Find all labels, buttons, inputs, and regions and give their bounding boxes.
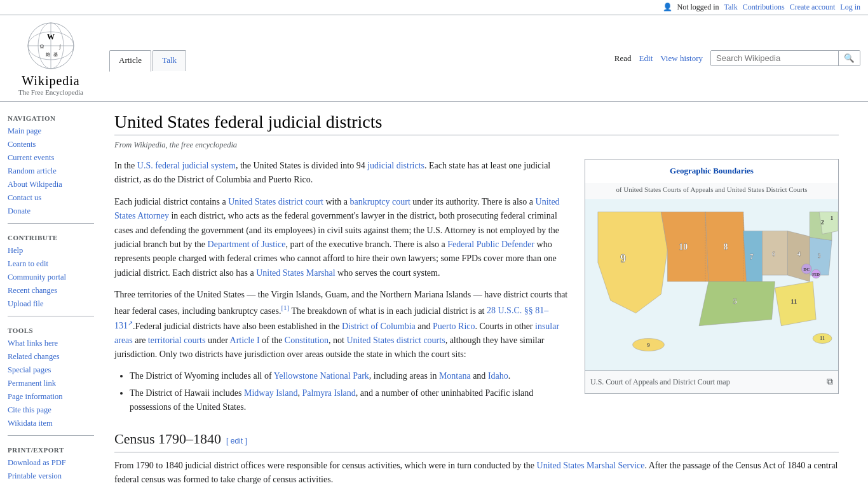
contributions-link[interactable]: Contributions (743, 3, 785, 12)
map-caption-text: U.S. Court of Appeals and District Court… (590, 376, 730, 388)
page-title: United States federal judicial districts (114, 112, 839, 135)
idaho-link[interactable]: Idaho (488, 371, 508, 381)
pr-link[interactable]: Puerto Rico (433, 321, 475, 330)
search-button[interactable]: 🔍 (838, 51, 860, 65)
usdc-link[interactable]: United States district courts (346, 336, 445, 345)
sidebar-item-random-article[interactable]: Random article (0, 165, 102, 178)
constitution-link[interactable]: Constitution (285, 336, 329, 345)
map-box-title: Geographic Boundaries (585, 159, 838, 183)
content-tabs-area: Article Talk Read Edit View history 🔍 (102, 50, 868, 71)
sidebar-item-wikidata[interactable]: Wikidata item (0, 417, 102, 430)
sidebar-item-contact[interactable]: Contact us (0, 191, 102, 205)
content-area: United States federal judicial districts… (102, 102, 851, 488)
palmyra-link[interactable]: Palmyra Island (302, 388, 355, 398)
sidebar-item-download-pdf[interactable]: Download as PDF (0, 456, 102, 470)
action-read[interactable]: Read (614, 53, 632, 64)
ref-1[interactable]: [1] (281, 304, 289, 311)
sidebar-item-upload[interactable]: Upload file (0, 297, 102, 311)
svg-text:6: 6 (772, 250, 776, 258)
census-paragraph: From 1790 to 1840 judicial district offi… (114, 459, 839, 487)
sidebar-item-about[interactable]: About Wikipedia (0, 178, 102, 191)
map-box-subtitle: of United States Courts of Appeals and U… (585, 183, 838, 200)
sidebar-item-printable[interactable]: Printable version (0, 470, 102, 483)
census-section-heading: Census 1790–1840 [ edit ] (114, 428, 839, 452)
svg-text:5: 5 (733, 296, 737, 306)
fpd-link[interactable]: Federal Public Defender (447, 240, 534, 249)
us-federal-link[interactable]: U.S. federal judicial system (137, 161, 236, 170)
sidebar-item-current-events[interactable]: Current events (0, 151, 102, 165)
yellowstone-link[interactable]: Yellowstone National Park (274, 371, 369, 381)
sidebar-item-cite[interactable]: Cite this page (0, 403, 102, 417)
sidebar-item-related[interactable]: Related changes (0, 350, 102, 363)
not-logged-in-label: Not logged in (677, 3, 719, 12)
view-actions: Read Edit View history 🔍 (614, 50, 860, 71)
tab-article[interactable]: Article (109, 50, 151, 72)
svg-text:W: W (47, 32, 55, 41)
svg-text:3: 3 (818, 253, 821, 260)
svg-text:9: 9 (620, 253, 626, 266)
search-input[interactable] (711, 51, 838, 65)
svg-text:DC: DC (803, 268, 810, 273)
sidebar-item-community[interactable]: Community portal (0, 271, 102, 284)
svg-text:11: 11 (790, 297, 797, 305)
bankruptcy-court-link[interactable]: bankruptcy court (350, 197, 410, 207)
montana-link[interactable]: Montana (439, 371, 471, 381)
map-caption: U.S. Court of Appeals and District Court… (585, 370, 838, 393)
doj-link[interactable]: Department of Justice (208, 240, 286, 249)
sidebar-item-special[interactable]: Special pages (0, 363, 102, 377)
sidebar-item-learn[interactable]: Learn to edit (0, 257, 102, 271)
sidebar-divider-1 (8, 223, 94, 224)
sidebar-item-recent[interactable]: Recent changes (0, 284, 102, 297)
dc-link[interactable]: District of Columbia (342, 321, 416, 330)
svg-text:基: 基 (53, 52, 58, 57)
sidebar-item-page-info[interactable]: Page information (0, 390, 102, 403)
search-box: 🔍 (710, 50, 860, 66)
create-account-link[interactable]: Create account (790, 3, 836, 12)
content-body: Geographic Boundaries of United States C… (114, 159, 839, 488)
svg-text:1: 1 (831, 215, 833, 221)
talk-link[interactable]: Talk (724, 3, 738, 12)
sidebar-item-help[interactable]: Help (0, 244, 102, 257)
tabs-and-actions: Article Talk Read Edit View history 🔍 (102, 50, 868, 71)
article1-link[interactable]: Article I (230, 336, 260, 345)
page-subtitle: From Wikipedia, the free encyclopedia (114, 140, 839, 150)
site-name[interactable]: Wikipedia (22, 74, 80, 88)
svg-text:FED: FED (812, 273, 820, 276)
sidebar-item-donate[interactable]: Donate (0, 205, 102, 218)
logo-area: W Ω ∫ 維 基 Wikipedia The Free Encyclopedi… (0, 20, 102, 101)
log-in-link[interactable]: Log in (840, 3, 860, 12)
site-tagline: The Free Encyclopedia (18, 88, 83, 96)
tab-talk[interactable]: Talk (153, 50, 186, 71)
sidebar-item-permanent[interactable]: Permanent link (0, 377, 102, 390)
wikipedia-logo[interactable]: W Ω ∫ 維 基 (25, 20, 76, 71)
page-tabs: Article Talk (109, 50, 187, 71)
user-icon: 👤 (663, 3, 672, 12)
judicial-districts-link[interactable]: judicial districts (367, 161, 424, 170)
sidebar-item-contents[interactable]: Contents (0, 138, 102, 151)
svg-text:維: 維 (45, 52, 50, 57)
svg-text:7: 7 (750, 253, 754, 262)
sidebar-divider-3 (8, 435, 94, 436)
sidebar-item-what-links[interactable]: What links here (0, 337, 102, 350)
map-image: 9 10 8 7 6 5 4 3 2 1 11 9 11 DC (585, 199, 838, 370)
territorial-link[interactable]: territorial courts (148, 336, 206, 345)
svg-text:4: 4 (797, 250, 801, 258)
expand-icon[interactable]: ⧉ (827, 375, 833, 389)
svg-text:2: 2 (821, 219, 824, 226)
census-heading-text: Census 1790–1840 (114, 428, 221, 450)
census-edit-link[interactable]: [ edit ] (226, 435, 247, 447)
svg-text:9: 9 (647, 342, 650, 348)
main-container: Navigation Main page Contents Current ev… (0, 102, 868, 488)
contribute-section-title: Contribute (0, 229, 102, 244)
action-edit[interactable]: Edit (639, 53, 653, 64)
sidebar-divider-2 (8, 316, 94, 316)
site-header: W Ω ∫ 維 基 Wikipedia The Free Encyclopedi… (0, 15, 868, 102)
usms-link[interactable]: United States Marshal Service (537, 461, 645, 470)
map-infobox: Geographic Boundaries of United States C… (585, 159, 839, 394)
usm-link[interactable]: United States Marshal (256, 268, 335, 278)
district-court-link[interactable]: United States district court (228, 197, 323, 207)
midway-link[interactable]: Midway Island (244, 388, 297, 398)
action-view-history[interactable]: View history (660, 53, 703, 64)
print-section-title: Print/export (0, 441, 102, 456)
sidebar-item-main-page[interactable]: Main page (0, 125, 102, 138)
